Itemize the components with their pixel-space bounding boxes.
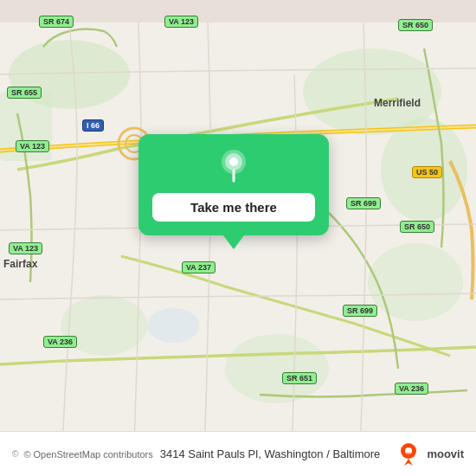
road-badge-va236-right: VA 236 [395, 383, 428, 395]
map-container: SR 674 VA 123 SR 650 SR 655 I 66 VA 123 … [0, 0, 476, 476]
road-badge-sr699-right: SR 699 [346, 197, 381, 209]
address-text: 3414 Saint Pauls Pl, Washington / Baltim… [160, 447, 381, 460]
road-badge-va123-mid: VA 123 [16, 140, 49, 152]
road-badge-us50: US 50 [412, 166, 442, 178]
place-fairfax: Fairfax [3, 258, 37, 270]
bottom-bar-left: © © OpenStreetMap contributors [12, 449, 153, 460]
road-badge-sr651: SR 651 [282, 372, 317, 384]
address-container: 3414 Saint Pauls Pl, Washington / Baltim… [160, 447, 395, 460]
road-badge-sr699-lower: SR 699 [343, 305, 377, 317]
bottom-bar: © © OpenStreetMap contributors 3414 Sain… [0, 431, 476, 476]
road-badge-va237: VA 237 [182, 261, 215, 273]
road-badge-va236-left: VA 236 [43, 336, 77, 348]
moovit-logo: m moovit [394, 440, 464, 469]
take-me-there-button[interactable]: Take me there [152, 193, 315, 222]
moovit-text: moovit [427, 447, 464, 460]
attribution-text: © OpenStreetMap contributors [23, 449, 152, 460]
copyright-symbol: © [12, 449, 18, 459]
location-pin-icon [215, 146, 253, 184]
svg-point-3 [225, 334, 329, 403]
svg-point-8 [147, 308, 199, 343]
svg-point-13 [229, 158, 238, 166]
road-badge-sr650-mid: SR 650 [400, 221, 434, 233]
card-arrow [223, 235, 244, 249]
road-badge-va123-top: VA 123 [164, 16, 198, 28]
location-card: Take me there [138, 134, 329, 235]
svg-text:m: m [407, 451, 411, 456]
place-merrifield: Merrifield [374, 97, 421, 109]
road-badge-sr655: SR 655 [7, 87, 42, 99]
svg-point-5 [368, 243, 463, 321]
road-badge-sr674: SR 674 [39, 16, 74, 28]
moovit-logo-icon: m [394, 440, 423, 469]
road-badge-va123-lower: VA 123 [9, 242, 42, 254]
road-badge-i66: I 66 [82, 119, 104, 132]
road-badge-sr650-top: SR 650 [398, 19, 433, 31]
